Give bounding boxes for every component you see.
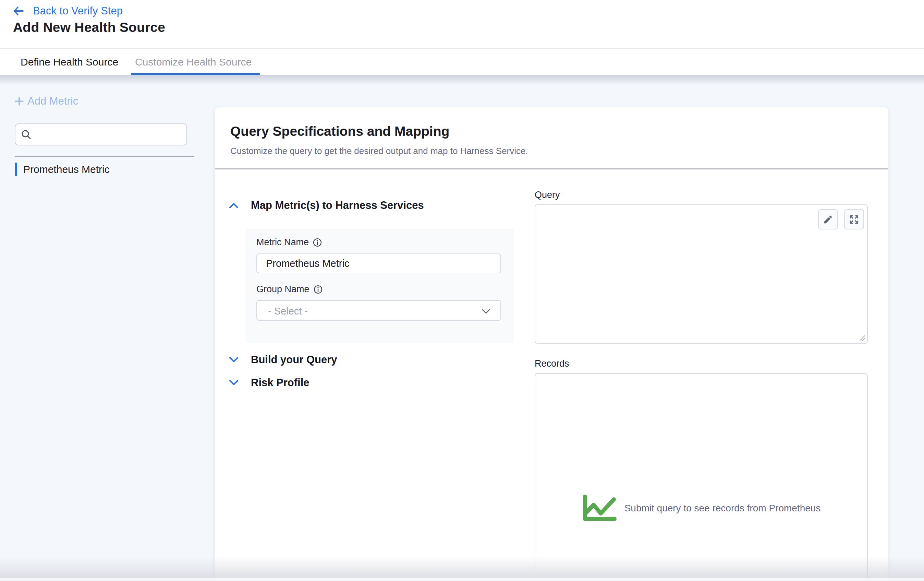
group-name-select[interactable]: - Select -	[256, 300, 501, 321]
metric-item-label: Prometheus Metric	[23, 164, 110, 175]
page-title: Add New Health Source	[13, 20, 165, 35]
section-risk-profile[interactable]: Risk Profile	[229, 377, 310, 389]
metric-search	[15, 124, 187, 146]
tab-define-health-source[interactable]: Define Health Source	[21, 49, 118, 75]
metric-name-label-row: Metric Name	[256, 237, 322, 248]
search-icon	[21, 129, 32, 141]
health-source-tabbar: Define Health Source Customize Health So…	[0, 49, 924, 75]
panel-subtitle: Customize the query to get the desired o…	[230, 146, 528, 156]
selected-indicator-bar	[15, 162, 17, 176]
page-header: Back to Verify Step Add New Health Sourc…	[0, 0, 924, 49]
back-link-label: Back to Verify Step	[33, 5, 123, 17]
section-build-your-query[interactable]: Build your Query	[229, 354, 337, 366]
expand-query-button[interactable]	[844, 209, 864, 230]
panel-title: Query Specifications and Mapping	[230, 124, 449, 139]
edit-query-button[interactable]	[818, 209, 838, 230]
records-empty-state: Submit query to see records from Prometh…	[535, 495, 867, 522]
arrow-left-icon	[13, 6, 24, 16]
map-metric-form: Metric Name Group Name - Select	[246, 229, 514, 343]
group-name-placeholder: - Select -	[268, 306, 308, 317]
pencil-icon	[823, 214, 833, 225]
add-metric-button[interactable]: Add Metric	[14, 95, 78, 108]
info-icon[interactable]	[314, 285, 322, 294]
sidebar-item-prometheus-metric[interactable]: Prometheus Metric	[15, 162, 110, 176]
resize-handle-icon[interactable]	[859, 335, 865, 341]
active-tab-indicator	[131, 73, 260, 75]
query-textarea[interactable]	[535, 204, 868, 344]
tabbar-shadow	[0, 75, 924, 85]
chevron-up-icon	[229, 202, 239, 209]
expand-icon	[849, 214, 859, 225]
records-panel: Submit query to see records from Prometh…	[535, 373, 868, 581]
chevron-down-icon	[229, 357, 239, 363]
plus-icon	[14, 96, 25, 107]
records-empty-message: Submit query to see records from Prometh…	[624, 503, 821, 514]
add-metric-label: Add Metric	[27, 95, 78, 108]
query-label: Query	[535, 190, 560, 200]
records-label: Records	[535, 358, 569, 369]
tab-customize-health-source[interactable]: Customize Health Source	[135, 49, 252, 75]
section-risk-profile-label: Risk Profile	[251, 377, 310, 389]
panel-divider	[215, 169, 888, 169]
metric-name-label: Metric Name	[256, 237, 309, 248]
sidebar-divider	[15, 156, 194, 157]
line-chart-icon	[582, 495, 618, 522]
section-map-metrics-label: Map Metric(s) to Harness Services	[251, 199, 424, 212]
chevron-down-icon	[482, 309, 490, 314]
chevron-down-icon	[229, 380, 239, 386]
section-map-metrics[interactable]: Map Metric(s) to Harness Services	[229, 199, 424, 212]
group-name-label-row: Group Name	[256, 284, 322, 295]
section-build-your-query-label: Build your Query	[251, 354, 337, 366]
query-specifications-panel: Query Specifications and Mapping Customi…	[215, 108, 888, 581]
group-name-label: Group Name	[256, 284, 310, 295]
metric-search-input[interactable]	[36, 126, 185, 143]
info-icon[interactable]	[313, 238, 322, 247]
back-to-verify-step-link[interactable]: Back to Verify Step	[13, 5, 123, 17]
metric-name-input[interactable]	[256, 253, 501, 273]
